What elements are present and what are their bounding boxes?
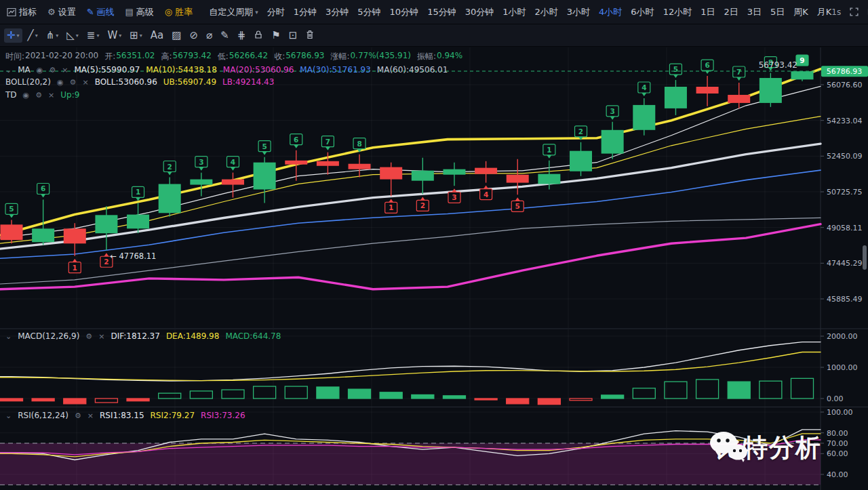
timeframe-1小时[interactable]: 1小时 (502, 6, 526, 18)
macd-histogram-layer (1, 378, 814, 404)
menu-item-label: 胜率 (175, 6, 193, 18)
indicator-settings-icon[interactable]: ⚙ (35, 91, 42, 100)
visibility-icon[interactable]: ◉ (37, 66, 43, 75)
timeframe-周K[interactable]: 周K (793, 6, 808, 18)
indicator-close-icon[interactable]: × (62, 66, 68, 75)
visibility-icon[interactable]: ◉ (23, 91, 30, 100)
indicator-settings-icon[interactable]: ⚙ (70, 78, 77, 87)
snapshot-tool[interactable]: ⊡ (286, 28, 300, 43)
timeframe-5日[interactable]: 5日 (770, 6, 785, 18)
menu-item-5[interactable]: ◎胜率 (165, 6, 193, 18)
trendline-tool[interactable]: ╱▾ (25, 28, 41, 43)
crosshair-tool-icon: ✛ (7, 30, 16, 41)
timeframe-10分钟[interactable]: 10分钟 (390, 6, 419, 18)
lock-tool[interactable] (251, 28, 266, 43)
ruler-tool[interactable]: ⌀ (203, 28, 215, 43)
candle (538, 174, 560, 184)
menu-item-2[interactable]: ⚙设置 (47, 6, 76, 18)
collapse-icon[interactable]: ⌄ (5, 411, 12, 420)
indicator-close-icon[interactable]: × (48, 91, 54, 100)
td-marker-count: 4 (642, 83, 646, 91)
macd-bar (32, 399, 54, 401)
shape-rect-tool-icon: ⊞ (130, 30, 138, 41)
td-marker-count: 5 (515, 202, 520, 210)
drawing-toolbar: ✛▾╱▾⋔▾◺▾≣▾W▾⊞▾Aa▨⊘⌀✎⋕⚑⊡ (0, 24, 868, 47)
timeframe-4小时[interactable]: 4小时 (599, 6, 622, 18)
candle (412, 171, 434, 181)
text-tool[interactable]: Aa (148, 28, 166, 43)
collapse-icon[interactable]: ⌄ (5, 332, 12, 341)
vertical-scrollbar[interactable] (863, 245, 867, 270)
candle (601, 130, 624, 154)
td-marker-count: 3 (199, 158, 203, 166)
visibility-icon[interactable]: ◉ (57, 78, 64, 87)
boll_ub-line (0, 69, 821, 235)
compare-tool[interactable]: ⋕ (235, 28, 249, 43)
td-marker-count: 7 (736, 68, 741, 76)
timeframe-1日[interactable]: 1日 (701, 6, 715, 18)
timeframe-3日[interactable]: 3日 (747, 6, 762, 18)
td-marker-count: 1 (73, 264, 77, 272)
candle (159, 184, 181, 213)
td-marker-count: 5 (673, 65, 678, 73)
indicator-settings-icon[interactable]: ⚙ (49, 66, 56, 75)
timeframe-月K[interactable]: 月K (817, 6, 832, 18)
td-marker-count: 4 (484, 190, 488, 199)
price-annotation: ← 47768.11 (110, 251, 156, 261)
indicator-icon (7, 7, 16, 17)
parallel-lines-tool[interactable]: ≣▾ (84, 28, 102, 43)
menu-item-3[interactable]: ✎画线 (87, 6, 115, 18)
chevron-down-icon: ▾ (119, 33, 121, 39)
custom-period-dropdown[interactable]: 自定义周期 ▾ (209, 6, 258, 18)
macd-bar (95, 399, 117, 403)
macd-bar (760, 381, 782, 399)
bookmark-tool[interactable]: ⚑ (269, 28, 283, 43)
menu-item-1[interactable]: 指标 (7, 6, 37, 18)
td-marker-count: 2 (578, 127, 583, 136)
settings-icon: ⚙ (47, 7, 56, 17)
candle (665, 87, 687, 108)
indicator-settings-icon[interactable]: ⚙ (75, 411, 81, 420)
indicator-settings-icon[interactable]: ⚙ (85, 332, 92, 341)
delete-tool[interactable] (302, 28, 317, 43)
timeframe-6小时[interactable]: 6小时 (631, 6, 654, 18)
candle (95, 215, 117, 233)
timeframe-30分钟[interactable]: 30分钟 (465, 6, 494, 18)
candle (190, 180, 212, 185)
menu-item-4[interactable]: ▤高级 (125, 6, 154, 18)
price-chart-canvas[interactable]: 5612123456781234512345678956793.42← 4776… (0, 47, 868, 490)
timeframe-2小时[interactable]: 2小时 (535, 6, 558, 18)
collapse-icon[interactable]: ⌄ (5, 66, 12, 75)
timeframe-3小时[interactable]: 3小时 (567, 6, 590, 18)
triangle-tool[interactable]: ◺▾ (64, 28, 81, 43)
signature-tool[interactable]: ✎ (218, 28, 232, 43)
timeframe-1分钟[interactable]: 1分钟 (294, 6, 317, 18)
fullscreen-icon[interactable] (849, 7, 859, 17)
indicator-close-icon[interactable]: × (87, 411, 94, 420)
advanced-icon: ▤ (125, 7, 134, 17)
pitchfork-tool[interactable]: ⋔▾ (43, 28, 62, 43)
timeframe-分时[interactable]: 分时 (267, 6, 285, 18)
compare-tool-icon: ⋕ (237, 30, 246, 41)
td-marker-count: 8 (357, 140, 361, 148)
macd-bar (570, 399, 592, 401)
macd-bar (412, 394, 434, 399)
indicator-close-icon[interactable]: × (98, 332, 104, 341)
timeframe-5分钟[interactable]: 5分钟 (357, 6, 380, 18)
crosshair-tool[interactable]: ✛▾ (4, 28, 22, 43)
macd-bar (443, 396, 465, 399)
brush-tool[interactable]: ▨ (169, 28, 184, 43)
timeframe-15分钟[interactable]: 15分钟 (427, 6, 456, 18)
chart-stage: 5612123456781234512345678956793.42← 4776… (0, 47, 868, 490)
timeframe-2日[interactable]: 2日 (724, 6, 738, 18)
timeframe-3分钟[interactable]: 3分钟 (326, 6, 349, 18)
candle-countdown: 1s (831, 7, 841, 17)
timeframe-12小时[interactable]: 12小时 (663, 6, 692, 18)
prohibit-tool[interactable]: ⊘ (186, 28, 201, 43)
shape-rect-tool[interactable]: ⊞▾ (127, 28, 145, 43)
wave-tool[interactable]: W▾ (104, 28, 124, 43)
indicator-close-icon[interactable]: × (82, 78, 88, 87)
ma10-line (0, 117, 821, 244)
bookmark-tool-icon: ⚑ (271, 30, 280, 41)
macd-bar (317, 387, 339, 399)
